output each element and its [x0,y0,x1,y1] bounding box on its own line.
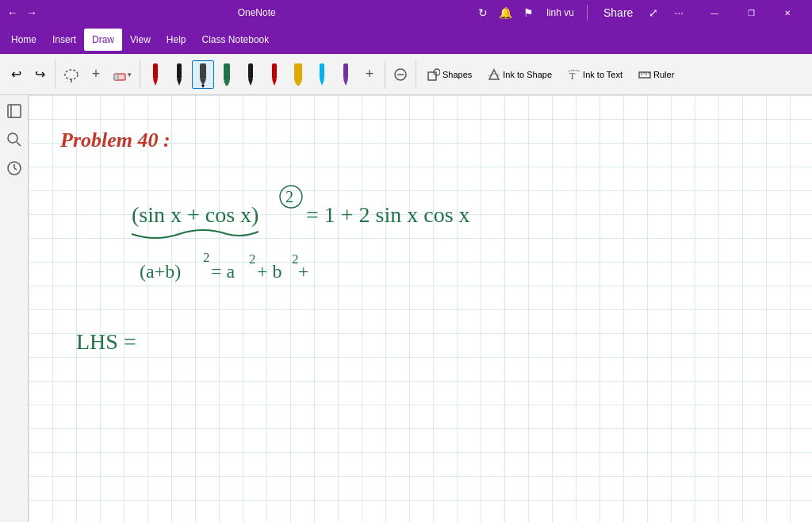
pen-purple[interactable] [335,60,357,89]
svg-marker-7 [177,79,182,86]
pen-green-icon [220,63,233,86]
sep1 [55,60,56,89]
restore-button[interactable]: ❐ [733,0,769,25]
redo-button[interactable]: ↪ [29,60,51,89]
pen-blue[interactable] [311,60,333,89]
menu-insert[interactable]: Insert [44,29,84,51]
svg-text:+ b: + b [257,261,282,282]
menu-class-notebook[interactable]: Class Notebook [194,29,278,51]
more-options-icon[interactable]: ··· [671,5,687,21]
add-pen-button[interactable]: + [358,60,381,89]
ink-to-shape-icon [488,68,500,81]
minimize-button[interactable]: — [696,0,733,25]
ruler-icon [638,68,651,81]
pen-dark-active[interactable]: ▾ [192,60,214,89]
svg-rect-6 [177,63,182,79]
svg-text:(a+b): (a+b) [140,261,181,282]
menu-bar: Home Insert Draw View Help Class Noteboo… [0,25,812,54]
svg-text:2: 2 [285,188,293,205]
ruler-button[interactable]: Ruler [631,62,681,87]
eraser-icon [113,67,127,82]
eraser-button[interactable]: ▾ [109,60,136,89]
add-pen-icon: + [366,66,374,83]
ink-toggle-icon [393,67,408,82]
lasso-icon [63,67,79,83]
svg-rect-16 [294,63,302,81]
svg-rect-18 [320,63,324,79]
pen-black1[interactable] [168,60,190,89]
add-button[interactable]: + [85,60,107,89]
titlebar-icons: ↻ 🔔 ⚑ [475,5,537,21]
sidebar-search-icon[interactable] [5,130,24,149]
divider [587,5,588,21]
svg-marker-19 [320,79,324,86]
shapes-button[interactable]: Shapes [420,62,479,87]
svg-line-35 [17,142,21,146]
svg-marker-21 [343,79,348,86]
share-button[interactable]: Share [600,5,636,21]
svg-text:LHS =: LHS = [76,329,136,354]
menu-view[interactable]: View [122,29,159,51]
svg-text:2: 2 [249,251,256,267]
pen-black2[interactable] [239,60,262,89]
svg-rect-39 [29,95,812,522]
toolbar: ↩ ↪ + ▾ [0,54,812,95]
sidebar-notebooks-icon[interactable] [5,102,24,121]
pen-red2[interactable] [263,60,285,89]
svg-rect-4 [153,63,158,79]
svg-point-34 [8,133,17,143]
back-button[interactable]: ← [6,6,19,19]
forward-button[interactable]: → [25,6,38,19]
menu-help[interactable]: Help [159,29,194,51]
menu-draw[interactable]: Draw [84,29,122,51]
lasso-select-button[interactable] [59,60,83,89]
ink-toggle-button[interactable] [389,60,412,89]
redo-icon: ↪ [35,67,45,82]
titlebar-nav: ← → [6,6,38,19]
svg-text:= a: = a [211,261,236,282]
sidebar-recent-icon[interactable] [5,159,24,178]
canvas-area[interactable]: Problem 40 : (sin x + cos x) 2 = 1 + 2 s… [29,95,812,522]
pen-purple-icon [339,63,352,86]
close-button[interactable]: ✕ [769,0,806,25]
svg-text:2: 2 [203,250,210,265]
svg-rect-14 [272,63,277,79]
menu-home[interactable]: Home [3,29,44,51]
pen-red-icon [149,63,162,86]
svg-rect-12 [248,63,253,79]
ink-to-text-label: Ink to Text [583,70,622,79]
expand-icon[interactable]: ⤢ [645,5,661,21]
notification-icon[interactable]: ⚑ [520,5,537,21]
add-icon: + [92,66,101,83]
svg-marker-5 [153,79,158,86]
svg-marker-15 [272,79,277,86]
svg-rect-20 [343,63,348,79]
ink-to-text-button[interactable]: T Ink to Text [561,62,630,87]
svg-text:T: T [569,71,576,81]
pen-red2-icon [268,63,281,86]
sep4 [416,60,416,89]
svg-rect-10 [224,63,230,81]
ink-to-shape-label: Ink to Shape [503,70,552,79]
svg-marker-11 [224,81,230,86]
ink-to-shape-button[interactable]: Ink to Shape [481,62,559,87]
undo-icon: ↩ [11,67,21,82]
pen-green[interactable] [216,60,238,89]
svg-point-0 [65,70,78,79]
app-title: OneNote [38,7,475,18]
ruler-label: Ruler [653,70,674,79]
shapes-label: Shapes [442,70,472,79]
svg-marker-17 [294,81,302,86]
titlebar-right: ↻ 🔔 ⚑ linh vu Share ⤢ ··· — ❐ ✕ [475,0,806,25]
bell-icon[interactable]: 🔔 [496,5,515,21]
sep3 [385,60,385,89]
pen-red[interactable] [144,60,167,89]
pen-yellow[interactable] [287,60,309,89]
undo-button[interactable]: ↩ [5,60,27,89]
pen-blue-icon [316,63,328,86]
user-name: linh vu [546,7,574,18]
shapes-icon [427,68,440,81]
sync-icon[interactable]: ↻ [475,5,491,21]
svg-marker-13 [248,79,253,86]
ink-to-text-icon: T [568,68,580,81]
